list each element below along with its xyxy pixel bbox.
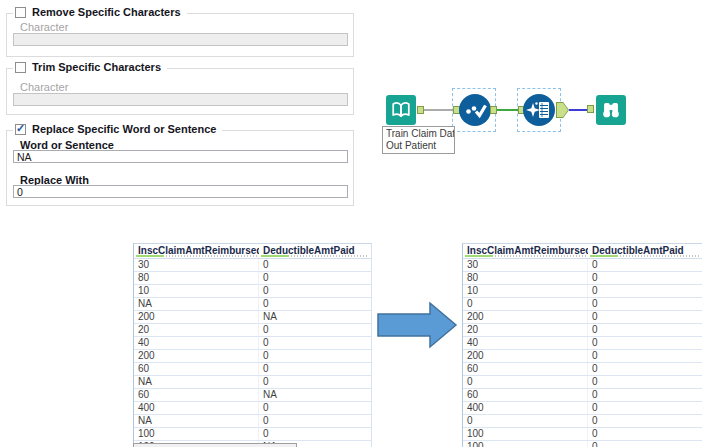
- table-cell: 80: [134, 272, 259, 284]
- table-row[interactable]: 4000: [463, 402, 702, 415]
- character-input[interactable]: [13, 93, 348, 106]
- table-row[interactable]: 800: [463, 272, 702, 285]
- word-or-sentence-input[interactable]: [13, 150, 348, 163]
- table-cell: 0: [588, 350, 702, 362]
- table-row[interactable]: 00: [463, 376, 702, 389]
- table-row[interactable]: 600: [463, 363, 702, 376]
- table-cell: 200: [134, 350, 259, 362]
- connection-wire-gray[interactable]: [424, 109, 453, 111]
- group-title: Trim Specific Characters: [32, 61, 161, 73]
- browse-tool[interactable]: [596, 95, 626, 125]
- table-cell: 0: [588, 363, 702, 375]
- output-anchor[interactable]: [417, 106, 424, 114]
- table-header-row: InscClaimAmtReimbursed DeductibleAmtPaid: [134, 244, 371, 259]
- horizontal-scrollbar[interactable]: [133, 443, 297, 447]
- table-row[interactable]: 4000: [134, 402, 371, 415]
- table-cell: 0: [588, 324, 702, 336]
- table-row[interactable]: 300: [134, 259, 371, 272]
- output-anchor[interactable]: [556, 102, 569, 118]
- table-row[interactable]: 1000: [134, 428, 371, 441]
- table-cell: 80: [463, 272, 588, 284]
- table-row[interactable]: 2000: [134, 350, 371, 363]
- table-cell: 40: [463, 337, 588, 349]
- table-row[interactable]: 200: [134, 324, 371, 337]
- table-row[interactable]: 200NA: [134, 311, 371, 324]
- table-cell: 0: [259, 298, 371, 310]
- table-row[interactable]: 200: [463, 324, 702, 337]
- table-row[interactable]: 400: [463, 337, 702, 350]
- table-cell: NA: [134, 376, 259, 388]
- table-row[interactable]: 600: [134, 363, 371, 376]
- connection-wire-blue[interactable]: [569, 109, 588, 111]
- table-cell: 0: [588, 298, 702, 310]
- group-legend: Remove Specific Characters: [13, 6, 187, 18]
- input-data-tool[interactable]: [386, 95, 416, 125]
- table-cell: 20: [463, 324, 588, 336]
- table-cell: 100: [134, 428, 259, 440]
- input-anchor[interactable]: [587, 105, 594, 113]
- table-row[interactable]: 100: [463, 285, 702, 298]
- table-cell: 0: [259, 415, 371, 427]
- table-row[interactable]: 800: [134, 272, 371, 285]
- table-row[interactable]: 100: [134, 285, 371, 298]
- group-title: Remove Specific Characters: [32, 6, 181, 18]
- table-cell: 0: [588, 389, 702, 401]
- character-input[interactable]: [13, 33, 348, 46]
- table-row[interactable]: NA0: [134, 298, 371, 311]
- table-row[interactable]: 00: [463, 415, 702, 428]
- table-cell: 30: [463, 259, 588, 271]
- table-cell: 0: [588, 376, 702, 388]
- annotation-line-1: Train Claim Data: [386, 128, 454, 140]
- table-row[interactable]: 1000: [463, 441, 702, 447]
- group-replace-specific-word: Replace Specific Word or Sentence Word o…: [6, 130, 354, 206]
- table-row[interactable]: 60NA: [134, 389, 371, 402]
- table-body: 3008001000020002004002000600006004000001…: [463, 259, 702, 447]
- connection-wire-green[interactable]: [497, 109, 518, 111]
- column-header-inscclaimamtreimbursed[interactable]: InscClaimAmtReimbursed: [134, 244, 259, 258]
- table-cell: 100: [463, 428, 588, 440]
- table-row[interactable]: 1000: [463, 428, 702, 441]
- table-row[interactable]: 00: [463, 298, 702, 311]
- table-cell: 60: [463, 363, 588, 375]
- imputation-tool[interactable]: [523, 94, 555, 126]
- trim-characters-checkbox[interactable]: [15, 62, 26, 73]
- table-cell: NA: [259, 389, 371, 401]
- table-row[interactable]: 2000: [463, 311, 702, 324]
- remove-characters-checkbox[interactable]: [15, 7, 26, 18]
- column-header-inscclaimamtreimbursed[interactable]: InscClaimAmtReimbursed: [463, 244, 588, 258]
- data-cleansing-tool[interactable]: [459, 94, 491, 126]
- table-cell: 60: [134, 389, 259, 401]
- transform-arrow-icon: [377, 300, 459, 350]
- table-body: 300800100NA0200NA2004002000600NA060NA400…: [134, 259, 371, 447]
- table-after-replace: InscClaimAmtReimbursed DeductibleAmtPaid…: [462, 243, 702, 447]
- replace-word-checkbox[interactable]: [15, 124, 26, 135]
- table-cell: 400: [134, 402, 259, 414]
- table-cell: 20: [134, 324, 259, 336]
- table-cell: 0: [588, 337, 702, 349]
- table-cell: NA: [134, 415, 259, 427]
- table-cell: 0: [259, 428, 371, 440]
- table-row[interactable]: 2000: [463, 350, 702, 363]
- table-row[interactable]: 600: [463, 389, 702, 402]
- table-cell: 0: [463, 415, 588, 427]
- column-header-deductibleamtpaid[interactable]: DeductibleAmtPaid: [259, 244, 371, 258]
- group-remove-specific-characters: Remove Specific Characters Character: [6, 13, 354, 57]
- tool-annotation[interactable]: Train Claim Data Out Patient: [382, 126, 455, 154]
- table-cell: 100: [463, 441, 588, 447]
- replace-with-input[interactable]: [13, 185, 348, 198]
- table-cell: 0: [259, 259, 371, 271]
- table-cell: 200: [463, 350, 588, 362]
- table-cell: 0: [588, 428, 702, 440]
- column-header-deductibleamtpaid[interactable]: DeductibleAmtPaid: [588, 244, 702, 258]
- table-before-replace: InscClaimAmtReimbursed DeductibleAmtPaid…: [133, 243, 372, 447]
- sparkle-table-icon: [523, 94, 555, 126]
- table-row[interactable]: NA0: [134, 415, 371, 428]
- table-cell: 0: [588, 272, 702, 284]
- table-cell: 0: [463, 298, 588, 310]
- output-anchor[interactable]: [490, 106, 497, 114]
- table-row[interactable]: NA0: [134, 376, 371, 389]
- table-row[interactable]: 400: [134, 337, 371, 350]
- table-cell: 0: [259, 363, 371, 375]
- table-row[interactable]: 300: [463, 259, 702, 272]
- table-cell: 0: [588, 415, 702, 427]
